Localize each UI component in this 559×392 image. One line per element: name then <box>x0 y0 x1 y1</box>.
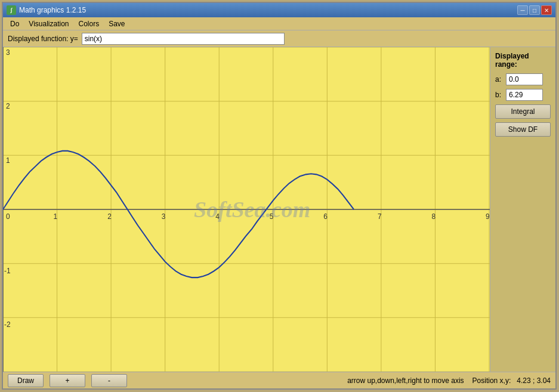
range-a-label: a: <box>495 75 504 84</box>
range-b-row: b: <box>495 89 551 101</box>
svg-text:1: 1 <box>54 212 58 221</box>
main-content: 3 2 1 0 -1 -2 -3 1 2 3 4 5 6 7 8 9 <box>3 47 555 372</box>
arrow-instruction-text: arrow up,down,left,right to move axis <box>347 376 464 385</box>
title-bar: ∫ Math graphics 1.2.15 ─ □ ✕ <box>3 3 555 17</box>
graph-svg: 3 2 1 0 -1 -2 -3 1 2 3 4 5 6 7 8 9 <box>3 47 490 372</box>
svg-text:2: 2 <box>107 212 112 221</box>
svg-text:3: 3 <box>6 48 10 56</box>
title-controls: ─ □ ✕ <box>517 5 552 15</box>
function-input[interactable] <box>82 33 285 45</box>
function-bar: Displayed function: y= <box>3 30 555 47</box>
svg-text:1: 1 <box>6 156 10 165</box>
main-window: ∫ Math graphics 1.2.15 ─ □ ✕ Do Visualiz… <box>2 2 557 390</box>
svg-text:3: 3 <box>162 212 166 221</box>
close-button[interactable]: ✕ <box>541 5 552 15</box>
maximize-button[interactable]: □ <box>529 5 540 15</box>
svg-text:5: 5 <box>270 212 274 221</box>
svg-text:7: 7 <box>378 212 382 221</box>
svg-text:0: 0 <box>6 212 10 221</box>
show-df-button[interactable]: Show DF <box>495 122 551 137</box>
svg-text:2: 2 <box>6 102 10 110</box>
draw-button[interactable]: Draw <box>8 374 44 387</box>
menu-bar: Do Visualization Colors Save <box>3 17 555 30</box>
menu-save[interactable]: Save <box>104 18 129 29</box>
range-b-input[interactable] <box>506 89 543 101</box>
svg-text:8: 8 <box>431 212 436 221</box>
graph-area[interactable]: 3 2 1 0 -1 -2 -3 1 2 3 4 5 6 7 8 9 <box>3 47 490 372</box>
menu-colors[interactable]: Colors <box>74 18 104 29</box>
svg-text:-2: -2 <box>4 320 11 329</box>
app-icon: ∫ <box>7 5 16 15</box>
svg-text:-1: -1 <box>4 266 11 274</box>
svg-text:6: 6 <box>323 212 328 221</box>
plus-button[interactable]: + <box>50 374 85 387</box>
menu-do[interactable]: Do <box>5 18 24 29</box>
function-label: Displayed function: y= <box>8 35 78 43</box>
svg-text:-3: -3 <box>4 371 11 372</box>
sidebar: Displayed range: a: b: Integral Show DF <box>490 47 555 372</box>
svg-text:9: 9 <box>486 212 490 221</box>
range-b-label: b: <box>495 91 504 99</box>
position-label: Position x,y: <box>472 376 511 385</box>
position-value: 4.23 ; 3.04 <box>517 376 551 385</box>
range-a-row: a: <box>495 73 551 85</box>
status-bar: Draw + - arrow up,down,left,right to mov… <box>3 372 555 388</box>
svg-text:4: 4 <box>215 212 220 221</box>
range-a-input[interactable] <box>506 73 543 85</box>
minimize-button[interactable]: ─ <box>517 5 528 15</box>
minus-button[interactable]: - <box>91 374 127 387</box>
integral-button[interactable]: Integral <box>495 104 551 119</box>
range-label: Displayed range: <box>495 52 551 69</box>
menu-visualization[interactable]: Visualization <box>24 18 73 29</box>
window-title: Math graphics 1.2.15 <box>19 6 86 14</box>
